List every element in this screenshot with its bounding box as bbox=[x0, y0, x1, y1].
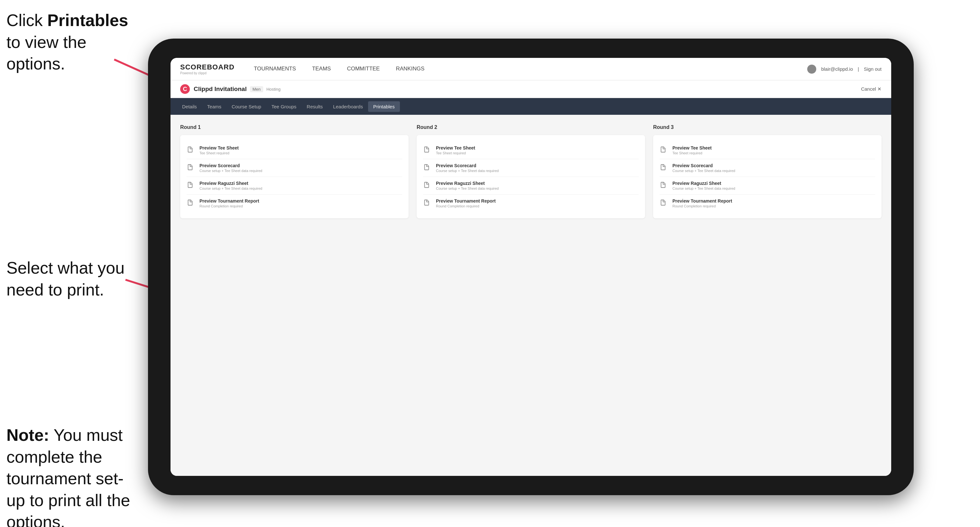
document-icon bbox=[423, 163, 432, 173]
document-icon bbox=[660, 181, 668, 190]
cancel-button[interactable]: Cancel ✕ bbox=[861, 86, 881, 92]
round-2-column: Round 2 Preview Tee Sheet Tee Sheet requ… bbox=[417, 124, 645, 218]
tab-results[interactable]: Results bbox=[301, 101, 328, 112]
tournament-header: C Clippd Invitational Men Hosting Cancel… bbox=[170, 80, 891, 98]
round-3-card: Preview Tee Sheet Tee Sheet required Pre… bbox=[653, 135, 881, 218]
round-2-raguzzi[interactable]: Preview Raguzzi Sheet Course setup + Tee… bbox=[423, 177, 639, 195]
r1-report-title: Preview Tournament Report bbox=[199, 198, 259, 203]
r3-raguzzi-title: Preview Raguzzi Sheet bbox=[673, 181, 735, 186]
round-3-column: Round 3 Preview Tee Sheet Tee Sheet requ… bbox=[653, 124, 881, 218]
document-icon bbox=[187, 181, 196, 190]
document-icon bbox=[660, 146, 668, 155]
round-3-scorecard[interactable]: Preview Scorecard Course setup + Tee She… bbox=[660, 159, 875, 177]
r3-tee-sheet-subtitle: Tee Sheet required bbox=[673, 151, 712, 155]
round-3-tee-sheet[interactable]: Preview Tee Sheet Tee Sheet required bbox=[660, 141, 875, 159]
r2-raguzzi-subtitle: Course setup + Tee Sheet data required bbox=[436, 186, 499, 190]
r2-scorecard-subtitle: Course setup + Tee Sheet data required bbox=[436, 169, 499, 173]
document-icon bbox=[660, 199, 668, 208]
instruction-middle: Select what you need to print. bbox=[6, 257, 129, 301]
separator: | bbox=[858, 66, 859, 72]
tournament-name: Clippd Invitational bbox=[194, 86, 247, 93]
tablet-device: SCOREBOARD Powered by clippd TOURNAMENTS… bbox=[148, 38, 914, 495]
round-1-card: Preview Tee Sheet Tee Sheet required Pre… bbox=[180, 135, 409, 218]
tab-printables[interactable]: Printables bbox=[368, 101, 400, 112]
tournament-status: Hosting bbox=[266, 87, 280, 92]
sign-out-link[interactable]: Sign out bbox=[864, 66, 881, 72]
document-icon bbox=[187, 199, 196, 208]
scoreboard-logo: SCOREBOARD Powered by clippd bbox=[180, 63, 235, 75]
round-1-label: Round 1 bbox=[180, 124, 409, 130]
document-icon bbox=[423, 146, 432, 155]
tournament-badge: Men bbox=[250, 86, 263, 92]
avatar bbox=[807, 65, 816, 74]
instruction-bottom: Note: You must complete the tournament s… bbox=[6, 424, 135, 527]
r1-raguzzi-title: Preview Raguzzi Sheet bbox=[199, 181, 262, 186]
document-icon bbox=[187, 146, 196, 155]
round-1-tee-sheet[interactable]: Preview Tee Sheet Tee Sheet required bbox=[187, 141, 402, 159]
nav-committee[interactable]: COMMITTEE bbox=[347, 66, 380, 73]
document-icon bbox=[187, 163, 196, 173]
r3-tee-sheet-title: Preview Tee Sheet bbox=[673, 145, 712, 151]
round-2-scorecard[interactable]: Preview Scorecard Course setup + Tee She… bbox=[423, 159, 639, 177]
tab-tee-groups[interactable]: Tee Groups bbox=[266, 101, 302, 112]
r1-tee-sheet-title: Preview Tee Sheet bbox=[199, 145, 239, 151]
tab-course-setup[interactable]: Course Setup bbox=[226, 101, 266, 112]
r1-raguzzi-subtitle: Course setup + Tee Sheet data required bbox=[199, 186, 262, 190]
document-icon bbox=[423, 199, 432, 208]
tab-teams[interactable]: Teams bbox=[202, 101, 226, 112]
round-3-tournament-report[interactable]: Preview Tournament Report Round Completi… bbox=[660, 195, 875, 212]
round-3-raguzzi[interactable]: Preview Raguzzi Sheet Course setup + Tee… bbox=[660, 177, 875, 195]
tablet-screen: SCOREBOARD Powered by clippd TOURNAMENTS… bbox=[170, 58, 891, 476]
round-1-raguzzi[interactable]: Preview Raguzzi Sheet Course setup + Tee… bbox=[187, 177, 402, 195]
r1-tee-sheet-subtitle: Tee Sheet required bbox=[199, 151, 239, 155]
rounds-grid: Round 1 Preview Tee Sheet Tee Sheet requ… bbox=[180, 124, 881, 218]
r2-report-subtitle: Round Completion required bbox=[436, 204, 496, 208]
logo-title: SCOREBOARD bbox=[180, 63, 235, 71]
top-navigation: SCOREBOARD Powered by clippd TOURNAMENTS… bbox=[170, 58, 891, 80]
round-2-label: Round 2 bbox=[417, 124, 645, 130]
r3-report-title: Preview Tournament Report bbox=[673, 198, 732, 203]
r1-report-subtitle: Round Completion required bbox=[199, 204, 259, 208]
round-2-tee-sheet[interactable]: Preview Tee Sheet Tee Sheet required bbox=[423, 141, 639, 159]
tab-leaderboards[interactable]: Leaderboards bbox=[328, 101, 368, 112]
user-email: blair@clippd.io bbox=[821, 66, 853, 72]
document-icon bbox=[660, 163, 668, 173]
round-2-tournament-report[interactable]: Preview Tournament Report Round Completi… bbox=[423, 195, 639, 212]
r1-scorecard-subtitle: Course setup + Tee Sheet data required bbox=[199, 169, 262, 173]
tab-details[interactable]: Details bbox=[177, 101, 202, 112]
r1-scorecard-title: Preview Scorecard bbox=[199, 163, 262, 168]
r3-scorecard-subtitle: Course setup + Tee Sheet data required bbox=[673, 169, 735, 173]
tournament-logo: C bbox=[180, 84, 190, 94]
r3-raguzzi-subtitle: Course setup + Tee Sheet data required bbox=[673, 186, 735, 190]
r2-raguzzi-title: Preview Raguzzi Sheet bbox=[436, 181, 499, 186]
nav-tournaments[interactable]: TOURNAMENTS bbox=[254, 66, 296, 73]
sub-navigation: Details Teams Course Setup Tee Groups Re… bbox=[170, 98, 891, 115]
round-1-scorecard[interactable]: Preview Scorecard Course setup + Tee She… bbox=[187, 159, 402, 177]
nav-teams[interactable]: TEAMS bbox=[312, 66, 331, 73]
logo-subtitle: Powered by clippd bbox=[180, 71, 235, 75]
top-nav-right: blair@clippd.io | Sign out bbox=[807, 65, 881, 74]
r3-report-subtitle: Round Completion required bbox=[673, 204, 732, 208]
r2-tee-sheet-subtitle: Tee Sheet required bbox=[436, 151, 475, 155]
document-icon bbox=[423, 181, 432, 190]
round-1-tournament-report[interactable]: Preview Tournament Report Round Completi… bbox=[187, 195, 402, 212]
nav-rankings[interactable]: RANKINGS bbox=[396, 66, 424, 73]
round-1-column: Round 1 Preview Tee Sheet Tee Sheet requ… bbox=[180, 124, 409, 218]
round-3-label: Round 3 bbox=[653, 124, 881, 130]
r2-tee-sheet-title: Preview Tee Sheet bbox=[436, 145, 475, 151]
r2-report-title: Preview Tournament Report bbox=[436, 198, 496, 203]
r3-scorecard-title: Preview Scorecard bbox=[673, 163, 735, 168]
top-nav-links: TOURNAMENTS TEAMS COMMITTEE RANKINGS bbox=[254, 66, 808, 73]
r2-scorecard-title: Preview Scorecard bbox=[436, 163, 499, 168]
round-2-card: Preview Tee Sheet Tee Sheet required Pre… bbox=[417, 135, 645, 218]
content-area: Round 1 Preview Tee Sheet Tee Sheet requ… bbox=[170, 115, 891, 476]
